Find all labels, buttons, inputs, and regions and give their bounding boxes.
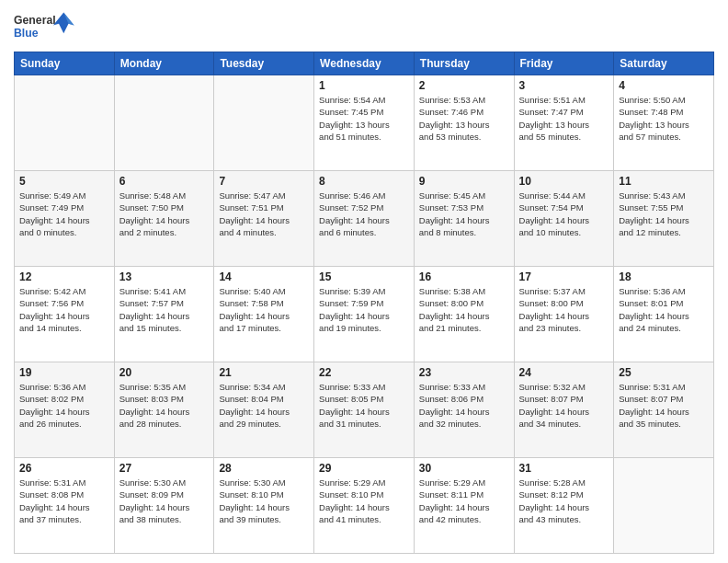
day-info: Sunrise: 5:28 AMSunset: 8:12 PMDaylight:… — [519, 477, 609, 525]
calendar-cell: 28Sunrise: 5:30 AMSunset: 8:10 PMDayligh… — [214, 458, 314, 554]
calendar-cell: 19Sunrise: 5:36 AMSunset: 8:02 PMDayligh… — [15, 362, 115, 458]
day-info: Sunrise: 5:46 AMSunset: 7:52 PMDaylight:… — [319, 190, 409, 238]
calendar-table: SundayMondayTuesdayWednesdayThursdayFrid… — [14, 52, 714, 554]
day-info: Sunrise: 5:33 AMSunset: 8:05 PMDaylight:… — [319, 381, 409, 430]
day-info: Sunrise: 5:29 AMSunset: 8:10 PMDaylight:… — [319, 477, 409, 525]
day-number: 26 — [19, 462, 109, 475]
day-info: Sunrise: 5:36 AMSunset: 8:01 PMDaylight:… — [619, 285, 709, 334]
day-number: 4 — [619, 79, 709, 92]
day-number: 20 — [119, 366, 210, 379]
day-info: Sunrise: 5:42 AMSunset: 7:56 PMDaylight:… — [19, 285, 109, 334]
calendar-cell: 21Sunrise: 5:34 AMSunset: 8:04 PMDayligh… — [214, 362, 314, 458]
day-number: 16 — [419, 270, 509, 283]
day-info: Sunrise: 5:50 AMSunset: 7:48 PMDaylight:… — [619, 94, 709, 143]
day-info: Sunrise: 5:34 AMSunset: 8:04 PMDaylight:… — [219, 381, 309, 430]
svg-text:General: General — [14, 14, 56, 27]
svg-text:Blue: Blue — [14, 27, 39, 40]
calendar-cell — [15, 75, 115, 171]
day-info: Sunrise: 5:29 AMSunset: 8:11 PMDaylight:… — [419, 477, 509, 525]
day-number: 22 — [319, 366, 409, 379]
calendar-cell: 13Sunrise: 5:41 AMSunset: 7:57 PMDayligh… — [114, 267, 214, 362]
calendar-cell: 7Sunrise: 5:47 AMSunset: 7:51 PMDaylight… — [214, 171, 314, 267]
calendar-cell: 4Sunrise: 5:50 AMSunset: 7:48 PMDaylight… — [614, 75, 714, 171]
calendar-week-row: 19Sunrise: 5:36 AMSunset: 8:02 PMDayligh… — [15, 362, 714, 458]
day-number: 2 — [419, 79, 509, 92]
day-info: Sunrise: 5:30 AMSunset: 8:09 PMDaylight:… — [119, 477, 210, 525]
day-number: 18 — [619, 270, 709, 283]
calendar-cell: 14Sunrise: 5:40 AMSunset: 7:58 PMDayligh… — [214, 267, 314, 362]
calendar-cell: 27Sunrise: 5:30 AMSunset: 8:09 PMDayligh… — [114, 458, 214, 554]
day-info: Sunrise: 5:39 AMSunset: 7:59 PMDaylight:… — [319, 285, 409, 334]
day-number: 17 — [519, 270, 609, 283]
day-number: 9 — [419, 175, 509, 188]
calendar-cell: 31Sunrise: 5:28 AMSunset: 8:12 PMDayligh… — [514, 458, 614, 554]
day-info: Sunrise: 5:36 AMSunset: 8:02 PMDaylight:… — [19, 381, 109, 430]
day-number: 28 — [219, 462, 309, 475]
day-number: 1 — [319, 79, 409, 92]
day-number: 21 — [219, 366, 309, 379]
calendar-cell: 22Sunrise: 5:33 AMSunset: 8:05 PMDayligh… — [314, 362, 415, 458]
day-info: Sunrise: 5:44 AMSunset: 7:54 PMDaylight:… — [519, 190, 609, 238]
calendar-cell — [114, 75, 214, 171]
day-info: Sunrise: 5:31 AMSunset: 8:07 PMDaylight:… — [619, 381, 709, 430]
day-info: Sunrise: 5:41 AMSunset: 7:57 PMDaylight:… — [119, 285, 210, 334]
day-number: 12 — [19, 270, 109, 283]
calendar-cell: 15Sunrise: 5:39 AMSunset: 7:59 PMDayligh… — [314, 267, 415, 362]
day-info: Sunrise: 5:30 AMSunset: 8:10 PMDaylight:… — [219, 477, 309, 525]
calendar-week-row: 26Sunrise: 5:31 AMSunset: 8:08 PMDayligh… — [15, 458, 714, 554]
day-number: 11 — [619, 175, 709, 188]
day-number: 8 — [319, 175, 409, 188]
calendar-week-row: 1Sunrise: 5:54 AMSunset: 7:45 PMDaylight… — [15, 75, 714, 171]
page: General Blue SundayMondayTuesdayWednesda… — [0, 0, 728, 563]
calendar-cell: 11Sunrise: 5:43 AMSunset: 7:55 PMDayligh… — [614, 171, 714, 267]
day-info: Sunrise: 5:31 AMSunset: 8:08 PMDaylight:… — [19, 477, 109, 525]
calendar-cell: 9Sunrise: 5:45 AMSunset: 7:53 PMDaylight… — [414, 171, 514, 267]
calendar-cell: 17Sunrise: 5:37 AMSunset: 8:00 PMDayligh… — [514, 267, 614, 362]
calendar-cell — [614, 458, 714, 554]
calendar-cell: 24Sunrise: 5:32 AMSunset: 8:07 PMDayligh… — [514, 362, 614, 458]
day-number: 23 — [419, 366, 509, 379]
day-number: 5 — [19, 175, 109, 188]
calendar-cell: 5Sunrise: 5:49 AMSunset: 7:49 PMDaylight… — [15, 171, 115, 267]
weekday-header-thursday: Thursday — [414, 52, 514, 75]
day-number: 27 — [119, 462, 210, 475]
calendar-cell: 26Sunrise: 5:31 AMSunset: 8:08 PMDayligh… — [15, 458, 115, 554]
calendar-week-row: 5Sunrise: 5:49 AMSunset: 7:49 PMDaylight… — [15, 171, 714, 267]
day-info: Sunrise: 5:40 AMSunset: 7:58 PMDaylight:… — [219, 285, 309, 334]
calendar-cell: 2Sunrise: 5:53 AMSunset: 7:46 PMDaylight… — [414, 75, 514, 171]
day-number: 13 — [119, 270, 210, 283]
weekday-header-sunday: Sunday — [15, 52, 115, 75]
day-info: Sunrise: 5:37 AMSunset: 8:00 PMDaylight:… — [519, 285, 609, 334]
calendar-cell: 25Sunrise: 5:31 AMSunset: 8:07 PMDayligh… — [614, 362, 714, 458]
calendar-cell: 23Sunrise: 5:33 AMSunset: 8:06 PMDayligh… — [414, 362, 514, 458]
day-info: Sunrise: 5:35 AMSunset: 8:03 PMDaylight:… — [119, 381, 210, 430]
day-number: 29 — [319, 462, 409, 475]
day-number: 7 — [219, 175, 309, 188]
day-info: Sunrise: 5:48 AMSunset: 7:50 PMDaylight:… — [119, 190, 210, 238]
day-number: 15 — [319, 270, 409, 283]
calendar-week-row: 12Sunrise: 5:42 AMSunset: 7:56 PMDayligh… — [15, 267, 714, 362]
day-info: Sunrise: 5:47 AMSunset: 7:51 PMDaylight:… — [219, 190, 309, 238]
day-number: 19 — [19, 366, 109, 379]
day-number: 25 — [619, 366, 709, 379]
day-info: Sunrise: 5:49 AMSunset: 7:49 PMDaylight:… — [19, 190, 109, 238]
calendar-cell — [214, 75, 314, 171]
logo: General Blue — [14, 9, 78, 46]
weekday-header-monday: Monday — [114, 52, 214, 75]
weekday-header-tuesday: Tuesday — [214, 52, 314, 75]
calendar-cell: 18Sunrise: 5:36 AMSunset: 8:01 PMDayligh… — [614, 267, 714, 362]
day-number: 6 — [119, 175, 210, 188]
weekday-header-saturday: Saturday — [614, 52, 714, 75]
day-info: Sunrise: 5:32 AMSunset: 8:07 PMDaylight:… — [519, 381, 609, 430]
weekday-header-friday: Friday — [514, 52, 614, 75]
weekday-header-wednesday: Wednesday — [314, 52, 415, 75]
day-number: 31 — [519, 462, 609, 475]
day-info: Sunrise: 5:33 AMSunset: 8:06 PMDaylight:… — [419, 381, 509, 430]
day-number: 30 — [419, 462, 509, 475]
header: General Blue — [14, 9, 714, 46]
day-number: 3 — [519, 79, 609, 92]
day-number: 24 — [519, 366, 609, 379]
day-info: Sunrise: 5:45 AMSunset: 7:53 PMDaylight:… — [419, 190, 509, 238]
day-info: Sunrise: 5:43 AMSunset: 7:55 PMDaylight:… — [619, 190, 709, 238]
logo-svg: General Blue — [14, 9, 78, 46]
